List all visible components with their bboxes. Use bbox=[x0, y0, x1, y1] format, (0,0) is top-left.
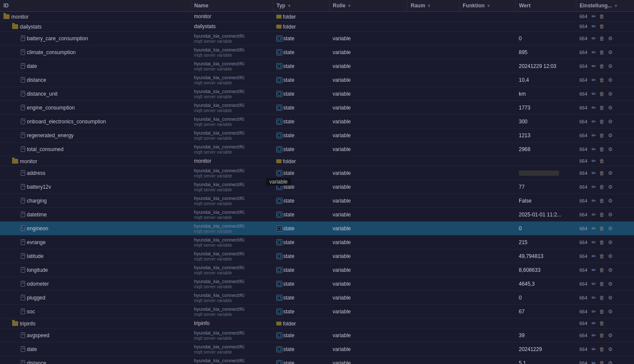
table-row[interactable]: distancehyundai_kia_connect/Kimqtt serve… bbox=[0, 356, 634, 364]
table-row[interactable]: battery_care_consumptionhyundai_kia_conn… bbox=[0, 32, 634, 45]
edit-icon[interactable]: ✏ bbox=[591, 239, 597, 246]
table-row[interactable]: sochyundai_kia_connect/Kimqtt server var… bbox=[0, 305, 634, 319]
settings-icon[interactable]: ⚙ bbox=[607, 332, 614, 339]
table-row[interactable]: longitudehyundai_kia_connect/Kimqtt serv… bbox=[0, 263, 634, 277]
table-row[interactable]: engine_consumptionhyundai_kia_connect/Ki… bbox=[0, 101, 634, 115]
settings-icon[interactable]: ⚙ bbox=[607, 118, 614, 125]
delete-icon[interactable]: 🗑 bbox=[598, 35, 605, 42]
edit-icon[interactable]: ✏ bbox=[591, 253, 597, 260]
delete-icon[interactable]: 🗑 bbox=[598, 308, 605, 315]
delete-icon[interactable]: 🗑 bbox=[598, 360, 605, 364]
delete-icon[interactable]: 🗑 bbox=[598, 63, 605, 70]
table-row[interactable]: addresshyundai_kia_connect/Kimqtt server… bbox=[0, 166, 634, 180]
settings-icon[interactable]: ⚙ bbox=[607, 104, 614, 111]
table-row[interactable]: distancehyundai_kia_connect/Kimqtt serve… bbox=[0, 73, 634, 87]
table-row[interactable]: climate_consumptionhyundai_kia_connect/K… bbox=[0, 45, 634, 59]
settings-icon[interactable]: ⚙ bbox=[607, 294, 614, 301]
settings-icon[interactable]: ⚙ bbox=[607, 360, 614, 364]
settings-icon[interactable]: ⚙ bbox=[607, 197, 614, 204]
edit-icon[interactable]: ✏ bbox=[591, 132, 597, 139]
table-row[interactable]: distance_unithyundai_kia_connect/Kimqtt … bbox=[0, 87, 634, 101]
edit-icon[interactable]: ✏ bbox=[591, 13, 597, 20]
table-row[interactable]: monitormonitor folder664✏🗑 bbox=[0, 156, 634, 166]
edit-icon[interactable]: ✏ bbox=[591, 225, 597, 232]
delete-icon[interactable]: 🗑 bbox=[598, 280, 605, 287]
main-table-container[interactable]: ID Name Typ ▼ Rolle bbox=[0, 0, 634, 364]
table-row[interactable]: regenerated_energyhyundai_kia_connect/Ki… bbox=[0, 129, 634, 142]
edit-icon[interactable]: ✏ bbox=[591, 346, 597, 353]
settings-icon[interactable]: ⚙ bbox=[607, 35, 614, 42]
edit-icon[interactable]: ✏ bbox=[591, 49, 597, 56]
col-header-raum[interactable]: Raum ▼ bbox=[407, 0, 459, 12]
settings-icon[interactable]: ⚙ bbox=[607, 184, 614, 190]
edit-icon[interactable]: ✏ bbox=[591, 35, 597, 42]
delete-icon[interactable]: 🗑 bbox=[598, 23, 605, 30]
table-row[interactable]: latitudehyundai_kia_connect/Kimqtt serve… bbox=[0, 249, 634, 263]
delete-icon[interactable]: 🗑 bbox=[598, 158, 605, 164]
delete-icon[interactable]: 🗑 bbox=[598, 253, 605, 260]
settings-icon[interactable]: ⚙ bbox=[607, 90, 614, 97]
edit-icon[interactable]: ✏ bbox=[591, 197, 597, 204]
col-header-funktion[interactable]: Funktion ▼ bbox=[459, 0, 515, 12]
table-row[interactable]: datetimehyundai_kia_connect/Kimqtt serve… bbox=[0, 208, 634, 222]
settings-icon[interactable]: ⚙ bbox=[607, 211, 614, 218]
delete-icon[interactable]: 🗑 bbox=[598, 132, 605, 139]
delete-icon[interactable]: 🗑 bbox=[598, 184, 605, 190]
edit-icon[interactable]: ✏ bbox=[591, 63, 597, 70]
table-row[interactable]: datehyundai_kia_connect/Kimqtt server va… bbox=[0, 59, 634, 73]
settings-icon[interactable]: ⚙ bbox=[607, 77, 614, 84]
edit-icon[interactable]: ✏ bbox=[591, 360, 597, 364]
delete-icon[interactable]: 🗑 bbox=[598, 225, 605, 232]
edit-icon[interactable]: ✏ bbox=[591, 77, 597, 84]
settings-icon[interactable]: ⚙ bbox=[607, 253, 614, 260]
col-header-name[interactable]: Name bbox=[191, 0, 273, 12]
col-header-einstellung[interactable]: Einstellung... ▼ bbox=[576, 0, 634, 12]
settings-icon[interactable]: ⚙ bbox=[607, 346, 614, 353]
table-row[interactable]: pluggedhyundai_kia_connect/Kimqtt server… bbox=[0, 291, 634, 305]
delete-icon[interactable]: 🗑 bbox=[598, 197, 605, 204]
table-row[interactable]: odometerhyundai_kia_connect/Kimqtt serve… bbox=[0, 277, 634, 291]
settings-icon[interactable]: ⚙ bbox=[607, 146, 614, 153]
delete-icon[interactable]: 🗑 bbox=[598, 77, 605, 84]
settings-icon[interactable]: ⚙ bbox=[607, 132, 614, 139]
edit-icon[interactable]: ✏ bbox=[591, 332, 597, 339]
settings-icon[interactable]: ⚙ bbox=[607, 239, 614, 246]
delete-icon[interactable]: 🗑 bbox=[598, 294, 605, 301]
edit-icon[interactable]: ✏ bbox=[591, 118, 597, 125]
settings-icon[interactable]: ⚙ bbox=[607, 267, 614, 274]
delete-icon[interactable]: 🗑 bbox=[598, 49, 605, 56]
edit-icon[interactable]: ✏ bbox=[591, 23, 597, 30]
edit-icon[interactable]: ✏ bbox=[591, 308, 597, 315]
table-row[interactable]: evrangehyundai_kia_connect/Kimqtt server… bbox=[0, 235, 634, 249]
edit-icon[interactable]: ✏ bbox=[591, 184, 597, 190]
delete-icon[interactable]: 🗑 bbox=[598, 170, 605, 177]
edit-icon[interactable]: ✏ bbox=[591, 158, 597, 164]
delete-icon[interactable]: 🗑 bbox=[598, 104, 605, 111]
delete-icon[interactable]: 🗑 bbox=[598, 90, 605, 97]
settings-icon[interactable]: ⚙ bbox=[607, 170, 614, 177]
delete-icon[interactable]: 🗑 bbox=[598, 320, 605, 327]
delete-icon[interactable]: 🗑 bbox=[598, 118, 605, 125]
delete-icon[interactable]: 🗑 bbox=[598, 13, 605, 20]
table-row[interactable]: dailystatsdailystats folder664✏🗑 bbox=[0, 22, 634, 32]
table-row[interactable]: tripinfotripinfo folder664✏🗑 bbox=[0, 319, 634, 329]
table-row[interactable]: datehyundai_kia_connect/Kimqtt server va… bbox=[0, 342, 634, 356]
table-row[interactable]: charginghyundai_kia_connect/Kimqtt serve… bbox=[0, 194, 634, 208]
table-row[interactable]: engineonhyundai_kia_connect/Kimqtt serve… bbox=[0, 222, 634, 235]
col-header-typ[interactable]: Typ ▼ bbox=[273, 0, 329, 12]
settings-icon[interactable]: ⚙ bbox=[607, 63, 614, 70]
settings-icon[interactable]: ⚙ bbox=[607, 280, 614, 287]
settings-icon[interactable]: ⚙ bbox=[607, 225, 614, 232]
table-row[interactable]: onboard_electronics_consumptionhyundai_k… bbox=[0, 115, 634, 129]
edit-icon[interactable]: ✏ bbox=[591, 90, 597, 97]
delete-icon[interactable]: 🗑 bbox=[598, 332, 605, 339]
settings-icon[interactable]: ⚙ bbox=[607, 49, 614, 56]
edit-icon[interactable]: ✏ bbox=[591, 294, 597, 301]
delete-icon[interactable]: 🗑 bbox=[598, 146, 605, 153]
edit-icon[interactable]: ✏ bbox=[591, 280, 597, 287]
edit-icon[interactable]: ✏ bbox=[591, 170, 597, 177]
table-row[interactable]: total_consumedhyundai_kia_connect/Kimqtt… bbox=[0, 142, 634, 156]
delete-icon[interactable]: 🗑 bbox=[598, 239, 605, 246]
settings-icon[interactable]: ⚙ bbox=[607, 308, 614, 315]
col-header-wert[interactable]: Wert bbox=[515, 0, 576, 12]
